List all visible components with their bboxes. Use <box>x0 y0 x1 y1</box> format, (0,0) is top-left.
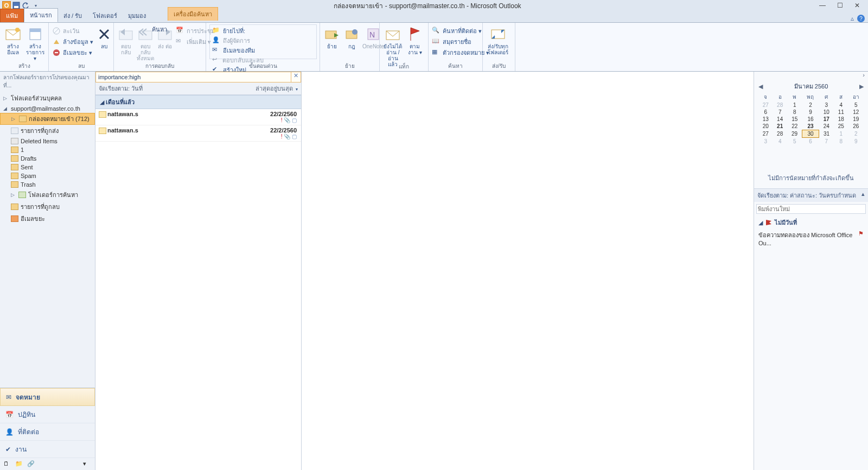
new-task-input[interactable] <box>756 204 866 214</box>
calendar-day[interactable]: 27 <box>758 101 773 109</box>
calendar-day[interactable]: 29 <box>787 130 802 138</box>
date-group-header[interactable]: ◢ เดือนที่แล้ว <box>95 95 301 109</box>
maximize-button[interactable]: ☐ <box>832 2 847 9</box>
calendar-day[interactable]: 5 <box>787 138 802 145</box>
calendar-day[interactable]: 2 <box>848 130 864 138</box>
calendar-day[interactable]: 4 <box>773 138 787 145</box>
follow-up-flag-icon[interactable]: ⚑ <box>858 230 864 246</box>
cal-next-icon[interactable]: ▶ <box>859 83 864 90</box>
calendar-day[interactable]: 14 <box>773 116 787 123</box>
arrange-by-label[interactable]: จัดเรียงตาม: วันที่ <box>99 84 143 93</box>
calendar-day[interactable]: 10 <box>819 109 834 116</box>
tasks-arrange-label[interactable]: จัดเรียงตาม: ค่าสถานะ: วันครบกำหนด <box>757 190 856 200</box>
search-folders[interactable]: ▷โฟลเดอร์การค้นหา <box>0 189 95 201</box>
ribbon-minimize-icon[interactable]: ▵ <box>851 15 854 22</box>
calendar-day[interactable]: 16 <box>802 116 819 123</box>
calendar-day[interactable]: 9 <box>802 109 819 116</box>
module-mail[interactable]: ✉จดหมาย <box>0 388 95 406</box>
inbox-folder[interactable]: ▷กล่องจดหมายเข้า (712) <box>0 113 95 125</box>
calendar-day[interactable]: 20 <box>758 123 773 130</box>
cleanup-button[interactable]: ล้างข้อมูล ▾ <box>52 37 93 47</box>
address-book-button[interactable]: 📖สมุดรายชื่อ <box>432 37 489 47</box>
quick-step-moveto[interactable]: 📁ย้ายไปที่: <box>212 26 264 36</box>
sent-folder[interactable]: Sent <box>0 163 95 172</box>
calendar-day[interactable]: 28 <box>773 130 787 138</box>
search-clear-icon[interactable]: ✕ <box>291 72 301 82</box>
tab-folder[interactable]: โฟลเดอร์ <box>87 9 123 22</box>
calendar-day[interactable]: 15 <box>787 116 802 123</box>
message-item[interactable]: nattawan.s22/2/2560! 📎 ▢ <box>95 109 301 125</box>
calendar-day[interactable]: 7 <box>773 109 787 116</box>
module-notes-icon[interactable]: 🗒 <box>3 460 12 468</box>
folder-1[interactable]: 1 <box>0 145 95 154</box>
date-navigator[interactable]: จอพพฤศสอา2728123456789101112131415161718… <box>758 92 864 145</box>
calendar-day[interactable]: 3 <box>758 138 773 145</box>
spam-folder[interactable]: Spam <box>0 172 95 180</box>
calendar-day[interactable]: 6 <box>758 109 773 116</box>
sort-order-label[interactable]: ล่าสุดอยู่บนสุด ▾ <box>256 84 298 93</box>
reply-button[interactable]: ตอบ กลับ <box>117 24 135 55</box>
calendar-day[interactable]: 1 <box>787 101 802 109</box>
tab-send-receive[interactable]: ส่ง / รับ <box>58 9 87 22</box>
calendar-day[interactable]: 26 <box>848 123 864 130</box>
close-button[interactable]: ✕ <box>850 2 865 9</box>
new-email-button[interactable]: สร้าง อีเมล <box>3 24 23 55</box>
calendar-day[interactable]: 6 <box>802 138 819 145</box>
junk-button[interactable]: อีเมลขยะ ▾ <box>52 48 93 58</box>
module-contacts[interactable]: 👤ที่ติดต่อ <box>0 423 95 441</box>
task-group-header[interactable]: ◢ไม่มีวันที่ <box>754 216 868 229</box>
calendar-day[interactable]: 5 <box>848 101 864 109</box>
calendar-day[interactable]: 31 <box>819 130 834 138</box>
module-config-icon[interactable]: ▾ <box>83 460 92 468</box>
calendar-day[interactable]: 22 <box>787 123 802 130</box>
calendar-day[interactable]: 27 <box>758 130 773 138</box>
tab-file[interactable]: แฟ้ม <box>0 9 24 22</box>
calendar-day[interactable]: 1 <box>834 130 848 138</box>
calendar-day[interactable]: 25 <box>834 123 848 130</box>
calendar-day[interactable]: 2 <box>802 101 819 109</box>
filter-email-button[interactable]: ▦ตัวกรองจดหมาย ▾ <box>432 48 489 58</box>
quick-step-team[interactable]: ✉อีเมลของทีม <box>212 46 264 55</box>
help-icon[interactable]: ? <box>857 15 865 22</box>
message-item[interactable]: nattawan.s22/2/2560! 📎 ▢ <box>95 125 301 142</box>
calendar-day[interactable]: 23 <box>802 123 819 130</box>
calendar-day[interactable]: 8 <box>834 138 848 145</box>
calendar-day[interactable]: 9 <box>848 138 864 145</box>
calendar-day[interactable]: 18 <box>834 116 848 123</box>
calendar-day[interactable]: 19 <box>848 116 864 123</box>
new-items-button[interactable]: สร้าง รายการ ▾ <box>25 24 46 61</box>
search-input[interactable] <box>96 72 291 82</box>
calendar-day[interactable]: 12 <box>848 109 864 116</box>
module-shortcuts-icon[interactable]: 🔗 <box>27 460 36 468</box>
move-button[interactable]: ย้าย <box>323 24 341 49</box>
account-root[interactable]: ◢support@mailmaster.co.th <box>0 104 95 113</box>
calendar-day[interactable]: 4 <box>834 101 848 109</box>
calendar-day[interactable]: 21 <box>773 123 787 130</box>
calendar-day[interactable]: 30 <box>802 130 819 138</box>
tasks-collapse-icon[interactable]: ▴ <box>861 190 865 200</box>
calendar-day[interactable]: 28 <box>773 101 787 109</box>
send-receive-all-button[interactable]: ส่ง/รับทุก โฟลเดอร์ <box>486 24 510 55</box>
ignore-button[interactable]: ละเว้น <box>52 26 93 36</box>
calendar-day[interactable]: 7 <box>819 138 834 145</box>
task-item[interactable]: ข้อความทดลองของ Microsoft Office Ou...⚑ <box>754 229 868 247</box>
unread-read-button[interactable]: ยังไม่ได้อ่าน /อ่านแล้ว <box>383 24 403 67</box>
calendar-day[interactable]: 3 <box>819 101 834 109</box>
find-contact-button[interactable]: 🔍ค้นหาที่ติดต่อ ▾ <box>432 26 489 36</box>
calendar-day[interactable]: 13 <box>758 116 773 123</box>
tab-search[interactable]: ค้นหา <box>146 23 173 36</box>
todo-collapse-icon[interactable]: › <box>863 72 865 78</box>
calendar-day[interactable]: 24 <box>819 123 834 130</box>
module-calendar[interactable]: 📅ปฏิทิน <box>0 406 95 423</box>
module-tasks[interactable]: ✔งาน <box>0 441 95 458</box>
personal-folders[interactable]: ▷โฟลเดอร์ส่วนบุคคล <box>0 92 95 104</box>
junk-email-folder[interactable]: อีเมลขยะ <box>0 213 95 225</box>
sent-items-folder[interactable]: รายการที่ถูกส่ง <box>0 125 95 137</box>
rules-button[interactable]: กฎ <box>343 24 360 49</box>
quick-step-tomgr[interactable]: 👤ถึงผู้จัดการ <box>212 36 264 46</box>
trash-folder[interactable]: Trash <box>0 180 95 189</box>
calendar-day[interactable]: 17 <box>819 116 834 123</box>
minimize-button[interactable]: — <box>815 2 830 9</box>
cal-prev-icon[interactable]: ◀ <box>758 83 763 90</box>
drafts-folder[interactable]: Drafts <box>0 154 95 163</box>
